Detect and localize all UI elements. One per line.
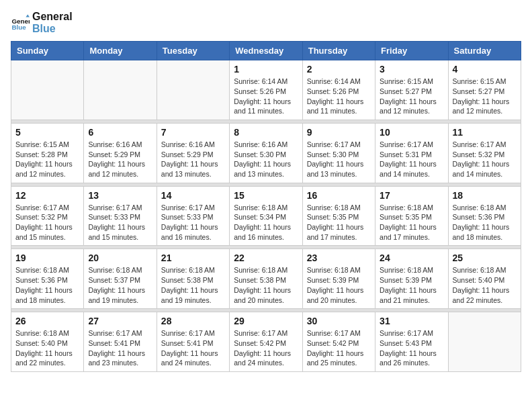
day-info: Sunrise: 6:17 AM Sunset: 5:33 PM Dayligh…	[161, 203, 225, 242]
day-info: Sunrise: 6:18 AM Sunset: 5:36 PM Dayligh…	[15, 265, 79, 305]
day-info: Sunrise: 6:18 AM Sunset: 5:36 PM Dayligh…	[453, 203, 517, 242]
day-number: 28	[161, 316, 225, 326]
calendar-cell: 30Sunrise: 6:17 AM Sunset: 5:42 PM Dayli…	[302, 312, 375, 372]
calendar-cell: 11Sunrise: 6:17 AM Sunset: 5:32 PM Dayli…	[448, 123, 521, 183]
calendar-week-row: 26Sunrise: 6:18 AM Sunset: 5:40 PM Dayli…	[11, 312, 521, 372]
day-info: Sunrise: 6:18 AM Sunset: 5:40 PM Dayligh…	[15, 328, 79, 368]
day-header-monday: Monday	[84, 42, 157, 60]
day-number: 19	[15, 253, 79, 263]
day-info: Sunrise: 6:14 AM Sunset: 5:26 PM Dayligh…	[307, 77, 371, 116]
day-number: 24	[380, 253, 443, 263]
logo-icon: General Blue	[11, 13, 30, 32]
day-number: 16	[307, 190, 371, 201]
day-header-sunday: Sunday	[11, 42, 84, 60]
calendar-cell: 21Sunrise: 6:18 AM Sunset: 5:38 PM Dayli…	[157, 249, 229, 309]
calendar-cell: 7Sunrise: 6:16 AM Sunset: 5:29 PM Daylig…	[157, 123, 229, 183]
calendar-cell: 29Sunrise: 6:17 AM Sunset: 5:42 PM Dayli…	[230, 312, 302, 372]
calendar-cell: 10Sunrise: 6:17 AM Sunset: 5:31 PM Dayli…	[375, 123, 448, 183]
calendar-cell: 25Sunrise: 6:18 AM Sunset: 5:40 PM Dayli…	[448, 249, 521, 309]
calendar-table: SundayMondayTuesdayWednesdayThursdayFrid…	[11, 41, 521, 372]
day-number: 14	[161, 190, 225, 201]
day-number: 30	[307, 316, 371, 326]
calendar-header-row: SundayMondayTuesdayWednesdayThursdayFrid…	[11, 42, 521, 60]
logo: General Blue General Blue	[11, 11, 73, 34]
calendar-cell: 26Sunrise: 6:18 AM Sunset: 5:40 PM Dayli…	[11, 312, 84, 372]
calendar-week-row: 19Sunrise: 6:18 AM Sunset: 5:36 PM Dayli…	[11, 249, 521, 309]
calendar-cell	[448, 312, 521, 372]
day-number: 9	[307, 127, 371, 138]
day-info: Sunrise: 6:18 AM Sunset: 5:39 PM Dayligh…	[380, 265, 443, 305]
day-number: 6	[88, 127, 152, 138]
day-info: Sunrise: 6:18 AM Sunset: 5:34 PM Dayligh…	[234, 203, 298, 242]
day-info: Sunrise: 6:16 AM Sunset: 5:30 PM Dayligh…	[234, 140, 298, 179]
day-number: 20	[88, 253, 152, 263]
day-info: Sunrise: 6:18 AM Sunset: 5:39 PM Dayligh…	[307, 265, 371, 305]
day-info: Sunrise: 6:16 AM Sunset: 5:29 PM Dayligh…	[161, 140, 225, 179]
day-number: 5	[15, 127, 79, 138]
calendar-week-row: 1Sunrise: 6:14 AM Sunset: 5:26 PM Daylig…	[11, 60, 521, 120]
calendar-cell: 20Sunrise: 6:18 AM Sunset: 5:37 PM Dayli…	[84, 249, 157, 309]
calendar-cell: 12Sunrise: 6:17 AM Sunset: 5:32 PM Dayli…	[11, 186, 84, 246]
day-info: Sunrise: 6:18 AM Sunset: 5:38 PM Dayligh…	[161, 265, 225, 305]
calendar-cell: 27Sunrise: 6:17 AM Sunset: 5:41 PM Dayli…	[84, 312, 157, 372]
day-number: 4	[453, 64, 517, 75]
day-header-tuesday: Tuesday	[157, 42, 229, 60]
calendar-cell	[157, 60, 229, 120]
calendar-cell: 31Sunrise: 6:17 AM Sunset: 5:43 PM Dayli…	[375, 312, 448, 372]
calendar-cell: 15Sunrise: 6:18 AM Sunset: 5:34 PM Dayli…	[230, 186, 302, 246]
calendar-cell	[84, 60, 157, 120]
calendar-week-row: 5Sunrise: 6:15 AM Sunset: 5:28 PM Daylig…	[11, 123, 521, 183]
calendar-cell: 6Sunrise: 6:16 AM Sunset: 5:29 PM Daylig…	[84, 123, 157, 183]
calendar-cell: 13Sunrise: 6:17 AM Sunset: 5:33 PM Dayli…	[84, 186, 157, 246]
day-info: Sunrise: 6:17 AM Sunset: 5:31 PM Dayligh…	[380, 140, 443, 179]
calendar-cell: 18Sunrise: 6:18 AM Sunset: 5:36 PM Dayli…	[448, 186, 521, 246]
day-info: Sunrise: 6:17 AM Sunset: 5:32 PM Dayligh…	[15, 203, 79, 242]
day-number: 27	[88, 316, 152, 326]
day-number: 10	[380, 127, 443, 138]
day-info: Sunrise: 6:16 AM Sunset: 5:29 PM Dayligh…	[88, 140, 152, 179]
day-number: 2	[307, 64, 371, 75]
calendar-cell: 24Sunrise: 6:18 AM Sunset: 5:39 PM Dayli…	[375, 249, 448, 309]
calendar-week-row: 12Sunrise: 6:17 AM Sunset: 5:32 PM Dayli…	[11, 186, 521, 246]
day-number: 15	[234, 190, 298, 201]
day-header-saturday: Saturday	[448, 42, 521, 60]
day-info: Sunrise: 6:18 AM Sunset: 5:40 PM Dayligh…	[453, 265, 517, 305]
day-info: Sunrise: 6:17 AM Sunset: 5:32 PM Dayligh…	[453, 140, 517, 179]
day-number: 1	[234, 64, 298, 75]
day-info: Sunrise: 6:15 AM Sunset: 5:28 PM Dayligh…	[15, 140, 79, 179]
day-info: Sunrise: 6:17 AM Sunset: 5:41 PM Dayligh…	[161, 328, 225, 368]
calendar-cell: 22Sunrise: 6:18 AM Sunset: 5:38 PM Dayli…	[230, 249, 302, 309]
calendar-cell: 9Sunrise: 6:17 AM Sunset: 5:30 PM Daylig…	[302, 123, 375, 183]
calendar-cell: 2Sunrise: 6:14 AM Sunset: 5:26 PM Daylig…	[302, 60, 375, 120]
day-info: Sunrise: 6:17 AM Sunset: 5:41 PM Dayligh…	[88, 328, 152, 368]
day-number: 18	[453, 190, 517, 201]
day-info: Sunrise: 6:18 AM Sunset: 5:35 PM Dayligh…	[380, 203, 443, 242]
calendar-cell: 23Sunrise: 6:18 AM Sunset: 5:39 PM Dayli…	[302, 249, 375, 309]
svg-marker-2	[26, 14, 30, 17]
calendar-cell: 16Sunrise: 6:18 AM Sunset: 5:35 PM Dayli…	[302, 186, 375, 246]
day-number: 13	[88, 190, 152, 201]
day-number: 25	[453, 253, 517, 263]
day-number: 29	[234, 316, 298, 326]
day-info: Sunrise: 6:17 AM Sunset: 5:43 PM Dayligh…	[380, 328, 443, 368]
day-info: Sunrise: 6:17 AM Sunset: 5:33 PM Dayligh…	[88, 203, 152, 242]
day-number: 3	[380, 64, 443, 75]
day-number: 7	[161, 127, 225, 138]
day-number: 26	[15, 316, 79, 326]
day-header-thursday: Thursday	[302, 42, 375, 60]
calendar-cell: 4Sunrise: 6:15 AM Sunset: 5:27 PM Daylig…	[448, 60, 521, 120]
page-header: General Blue General Blue	[11, 11, 521, 34]
calendar-cell: 28Sunrise: 6:17 AM Sunset: 5:41 PM Dayli…	[157, 312, 229, 372]
day-header-friday: Friday	[375, 42, 448, 60]
day-info: Sunrise: 6:18 AM Sunset: 5:37 PM Dayligh…	[88, 265, 152, 305]
day-number: 8	[234, 127, 298, 138]
day-info: Sunrise: 6:17 AM Sunset: 5:42 PM Dayligh…	[307, 328, 371, 368]
day-header-wednesday: Wednesday	[230, 42, 302, 60]
day-number: 22	[234, 253, 298, 263]
calendar-cell: 14Sunrise: 6:17 AM Sunset: 5:33 PM Dayli…	[157, 186, 229, 246]
day-info: Sunrise: 6:17 AM Sunset: 5:42 PM Dayligh…	[234, 328, 298, 368]
day-number: 21	[161, 253, 225, 263]
calendar-cell: 3Sunrise: 6:15 AM Sunset: 5:27 PM Daylig…	[375, 60, 448, 120]
day-number: 17	[380, 190, 443, 201]
calendar-cell	[11, 60, 84, 120]
